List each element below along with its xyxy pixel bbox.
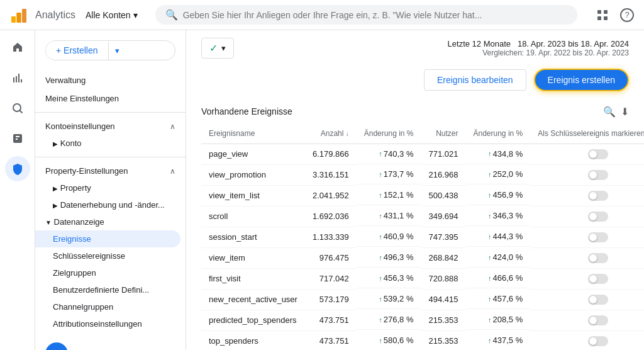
sidebar-item-attributionseinstellungen[interactable]: Attributionseinstellungen [35, 315, 186, 332]
download-icon[interactable]: ⬇ [621, 106, 629, 118]
event-toggle-cell[interactable] [530, 144, 644, 164]
event-toggle-cell[interactable] [530, 330, 644, 350]
event-change2: ↑424,0 % [466, 247, 531, 268]
search-input[interactable] [183, 10, 567, 20]
event-toggle-cell[interactable] [530, 227, 644, 247]
event-name: view_item_list [201, 185, 305, 206]
event-toggle-cell[interactable] [530, 164, 644, 185]
event-change: ↑152,1 % [357, 185, 421, 205]
apps-icon[interactable] [595, 8, 610, 23]
toggle-knob [589, 150, 597, 158]
toggle-switch[interactable] [588, 149, 608, 159]
sidebar-item-property[interactable]: ▶ Property [35, 179, 186, 196]
col-count[interactable]: Anzahl ↓ [305, 124, 357, 144]
sidebar-item-benutzerdefinierte[interactable]: Benutzerdefinierte Defini... [35, 281, 186, 298]
event-name: scroll [201, 206, 305, 227]
event-change2: ↑434,8 % [466, 144, 531, 164]
admin-icon[interactable] [5, 156, 30, 181]
sidebar-item-zielgruppen[interactable]: Zielgruppen [35, 264, 186, 281]
svg-rect-7 [597, 16, 601, 20]
toggle-switch[interactable] [588, 295, 608, 305]
toggle-switch[interactable] [588, 336, 608, 346]
home-icon[interactable] [5, 35, 30, 60]
collapse-icon: ▶ [53, 140, 58, 147]
toggle-knob [589, 317, 597, 324]
search-table-icon[interactable]: 🔍 [603, 106, 616, 118]
svg-rect-8 [604, 16, 608, 20]
sidebar-group-property-einstellungen[interactable]: Property-Einstellungen ∧ [35, 162, 186, 179]
toggle-switch[interactable] [588, 315, 608, 325]
sidebar-group-datenanzeige[interactable]: ▼ Datenanzeige [35, 213, 186, 230]
svg-rect-6 [604, 10, 608, 14]
date-range: Letzte 12 Monate 18. Apr. 2023 bis 18. A… [448, 39, 629, 57]
table-row: view_item_list 2.041.952 ↑152,1 % 500.43… [201, 185, 644, 206]
sidebar-item-datenerhebung[interactable]: ▶ Datenerhebung und -änder... [35, 196, 186, 213]
event-toggle-cell[interactable] [530, 289, 644, 310]
svg-point-9 [13, 104, 21, 111]
search-icon: 🔍 [165, 9, 178, 21]
col-change: Änderung in % [357, 124, 421, 144]
table-row: new_recent_active_user 573.179 ↑539,2 % … [201, 289, 644, 310]
sidebar-group-kontoeinstellungen[interactable]: Kontoeinstellungen ∧ [35, 118, 186, 135]
event-users: 494.415 [421, 289, 466, 310]
sidebar-item-verwaltung[interactable]: Verwaltung [35, 71, 186, 90]
toggle-switch[interactable] [588, 232, 608, 242]
event-users: 720.888 [421, 268, 466, 289]
event-users: 215.353 [421, 330, 466, 350]
collapse-icon-4: ▼ [45, 219, 52, 226]
col-change2: Änderung in % [466, 124, 531, 144]
event-toggle-cell[interactable] [530, 247, 644, 268]
table-title: Vorhandene Ereignisse [201, 101, 292, 121]
svg-rect-5 [597, 10, 601, 14]
event-toggle-cell[interactable] [530, 206, 644, 227]
reports-icon[interactable] [5, 65, 30, 91]
sidebar-item-channelgruppen[interactable]: Channelgruppen [35, 298, 186, 315]
help-icon[interactable]: ? [620, 8, 634, 22]
event-toggle-cell[interactable] [530, 185, 644, 206]
toggle-switch[interactable] [588, 191, 608, 201]
event-change: ↑456,3 % [357, 268, 421, 288]
toggle-switch[interactable] [588, 253, 608, 263]
sidebar-item-schlusselereignisse[interactable]: Schlüsselereignisse [35, 247, 186, 264]
event-change: ↑740,3 % [357, 144, 421, 164]
col-name: Ereignisname [201, 124, 305, 144]
event-users: 500.438 [421, 185, 466, 206]
edit-event-button[interactable]: Ereignis bearbeiten [424, 69, 526, 91]
create-event-button[interactable]: Ereignis erstellen [534, 69, 629, 91]
chevron-up-icon: ∧ [170, 122, 175, 131]
sidebar-item-konto[interactable]: ▶ Konto [35, 135, 186, 152]
event-name: view_item [201, 247, 305, 268]
settings-gear-icon[interactable]: ⚙ [45, 342, 68, 350]
advertising-icon[interactable] [5, 126, 30, 151]
sidebar-item-meine-einstellungen[interactable]: Meine Einstellungen [35, 90, 186, 107]
search-bar[interactable]: 🔍 [155, 5, 577, 25]
event-users: 771.021 [421, 144, 466, 164]
event-name: first_visit [201, 268, 305, 289]
sidebar-item-ereignisse[interactable]: Ereignisse [35, 230, 180, 247]
toggle-switch[interactable] [588, 212, 608, 222]
event-count: 2.041.952 [305, 185, 357, 206]
logo [10, 6, 28, 24]
toggle-knob [589, 296, 597, 303]
event-name: view_promotion [201, 164, 305, 185]
event-toggle-cell[interactable] [530, 310, 644, 330]
account-selector[interactable]: Alle Konten ▾ [86, 10, 138, 20]
collapse-icon-3: ▶ [53, 202, 58, 209]
event-count: 573.179 [305, 289, 357, 310]
table-row: view_item 976.475 ↑496,3 % 268.842 ↑424,… [201, 247, 644, 268]
event-change2: ↑466,6 % [466, 268, 531, 288]
svg-rect-4 [17, 13, 21, 23]
filter-status[interactable]: ✓ ▾ [201, 38, 234, 59]
col-key: Als Schlüsselereignis markieren ? [530, 124, 644, 144]
event-toggle-cell[interactable] [530, 268, 644, 289]
create-button[interactable]: + Erstellen [46, 41, 108, 60]
create-dropdown-arrow[interactable]: ▾ [108, 42, 126, 60]
toggle-switch[interactable] [588, 274, 608, 284]
table-row: page_view 6.179.866 ↑740,3 % 771.021 ↑43… [201, 144, 644, 164]
svg-rect-2 [22, 9, 26, 23]
sidebar: + Erstellen ▾ Verwaltung Meine Einstellu… [35, 30, 186, 350]
explore-icon[interactable] [5, 96, 30, 121]
event-change: ↑431,1 % [357, 206, 421, 226]
table-row: view_promotion 3.316.151 ↑173,7 % 216.96… [201, 164, 644, 185]
toggle-switch[interactable] [588, 170, 608, 180]
